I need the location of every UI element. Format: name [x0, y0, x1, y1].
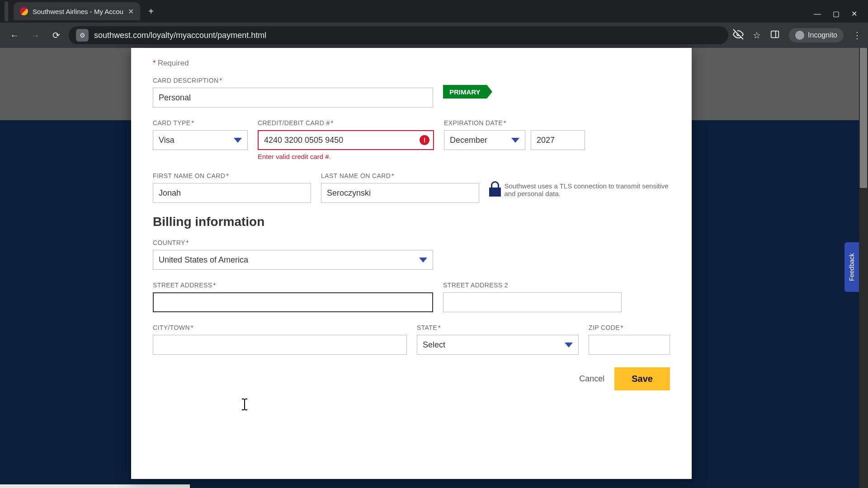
zip-label: ZIP CODE*: [589, 324, 670, 331]
nav-back-button[interactable]: ←: [6, 27, 23, 43]
country-label: COUNTRY*: [153, 239, 433, 246]
state-value: Select: [423, 340, 445, 350]
window-minimize-icon[interactable]: —: [814, 10, 821, 18]
required-hint: *Required: [153, 59, 670, 68]
nav-reload-button[interactable]: ⟳: [48, 27, 64, 43]
card-description-label: CARD DESCRIPTION*: [153, 77, 433, 84]
payment-modal: *Required CARD DESCRIPTION* PRIMARY: [131, 48, 692, 479]
last-name-input[interactable]: [321, 183, 479, 203]
status-bar-slice: [0, 484, 190, 488]
browser-titlebar: Southwest Airlines - My Accou ✕ + — ▢ ✕: [0, 0, 868, 23]
chevron-down-icon: [511, 138, 519, 143]
bookmark-star-icon[interactable]: ☆: [753, 30, 761, 41]
last-name-label: LAST NAME ON CARD*: [321, 172, 479, 179]
street1-input[interactable]: [153, 292, 433, 312]
zip-input[interactable]: [589, 335, 670, 355]
card-type-label: CARD TYPE*: [153, 119, 248, 127]
browser-toolbar: ← → ⟳ ⚙ southwest.com/loyalty/myaccount/…: [0, 23, 868, 48]
favicon-icon: [20, 7, 28, 15]
side-panel-icon[interactable]: [770, 29, 780, 42]
primary-badge: PRIMARY: [443, 85, 487, 99]
card-number-input[interactable]: [258, 130, 434, 150]
feedback-label: Feedback: [848, 253, 855, 281]
page-viewport: Feedback *Required CARD DESCRIPTION* PRI…: [0, 48, 868, 488]
expiration-label: EXPIRATION DATE*: [444, 119, 589, 127]
scrollbar-track[interactable]: [859, 48, 868, 488]
svg-rect-0: [771, 31, 779, 38]
window-maximize-icon[interactable]: ▢: [833, 9, 840, 18]
first-name-label: FIRST NAME ON CARD*: [153, 172, 311, 179]
state-label: STATE*: [417, 324, 579, 331]
state-select[interactable]: Select: [417, 335, 579, 355]
site-settings-icon[interactable]: ⚙: [76, 29, 89, 42]
city-label: CITY/TOWN*: [153, 324, 407, 331]
chevron-down-icon: [234, 138, 242, 143]
chevron-down-icon: [565, 343, 573, 347]
nav-forward-button: →: [27, 27, 43, 43]
city-input[interactable]: [153, 335, 407, 355]
billing-heading: Billing information: [153, 215, 670, 229]
expiration-month-select[interactable]: December: [444, 130, 525, 150]
country-select[interactable]: United States of America: [153, 250, 433, 270]
error-icon: !: [420, 135, 429, 145]
first-name-input[interactable]: [153, 183, 311, 203]
expiration-month-value: December: [450, 136, 487, 145]
feedback-tab-button[interactable]: Feedback: [844, 242, 859, 292]
scrollbar-thumb[interactable]: [860, 48, 867, 188]
new-tab-button[interactable]: +: [144, 4, 158, 19]
address-bar[interactable]: ⚙ southwest.com/loyalty/myaccount/paymen…: [69, 26, 728, 44]
lock-icon: [489, 183, 498, 197]
window-close-icon[interactable]: ✕: [851, 9, 857, 18]
tls-note: Southwest uses a TLS connection to trans…: [489, 182, 670, 197]
card-description-input[interactable]: [153, 88, 433, 108]
incognito-icon: [795, 31, 804, 40]
card-number-error: Enter valid credit card #.: [258, 153, 434, 160]
country-value: United States of America: [159, 255, 248, 265]
tab-search-button[interactable]: [5, 1, 8, 21]
card-number-label: CREDIT/DEBIT CARD #*: [258, 119, 434, 127]
tab-title: Southwest Airlines - My Accou: [33, 8, 123, 15]
street2-input[interactable]: [443, 292, 622, 312]
url-text: southwest.com/loyalty/myaccount/payment.…: [94, 31, 266, 40]
card-type-value: Visa: [159, 136, 175, 145]
expiration-year-input[interactable]: [531, 130, 585, 150]
eye-off-icon[interactable]: [733, 29, 744, 42]
close-tab-icon[interactable]: ✕: [128, 7, 134, 16]
chevron-down-icon: [419, 258, 427, 263]
browser-tab-active[interactable]: Southwest Airlines - My Accou ✕: [14, 2, 140, 20]
card-type-select[interactable]: Visa: [153, 130, 248, 150]
save-button[interactable]: Save: [614, 367, 670, 390]
street1-label: STREET ADDRESS*: [153, 282, 433, 289]
kebab-menu-icon[interactable]: ⋮: [853, 30, 862, 41]
incognito-label: Incognito: [808, 31, 837, 39]
cancel-button[interactable]: Cancel: [579, 374, 604, 384]
street2-label: STREET ADDRESS 2: [443, 282, 622, 289]
incognito-indicator[interactable]: Incognito: [789, 28, 844, 42]
